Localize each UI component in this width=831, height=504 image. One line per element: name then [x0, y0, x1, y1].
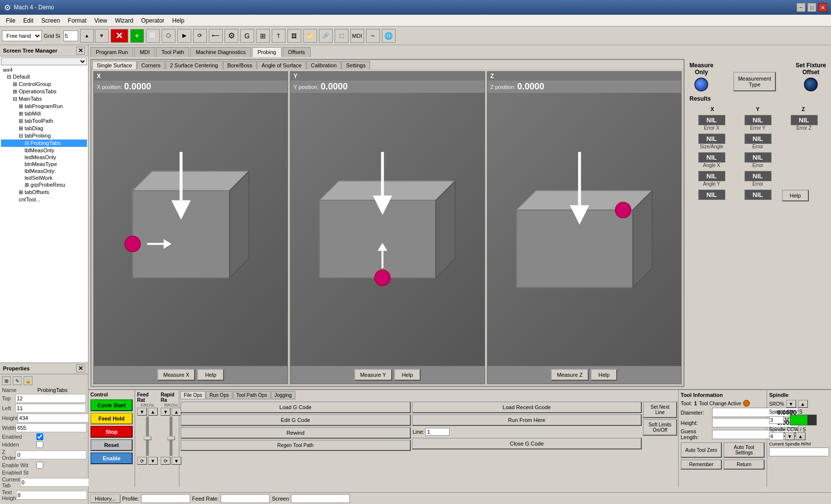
tool5[interactable]: ▶ — [177, 29, 191, 43]
tool16[interactable]: MDI — [350, 29, 364, 43]
fileops-tab-runops[interactable]: Run Ops — [206, 391, 232, 399]
tree-item-cnttool[interactable]: cntTool... — [1, 196, 87, 203]
line-input[interactable] — [425, 428, 450, 436]
prop-icon-lock[interactable]: 🔒 — [24, 376, 32, 385]
tree-item-grpproberesult[interactable]: ⊞ grpProbeResu — [1, 181, 87, 189]
menu-edit[interactable]: Edit — [19, 16, 37, 25]
spindle-cw-input[interactable] — [769, 416, 784, 424]
tool14[interactable]: 🔗 — [319, 29, 333, 43]
tool18[interactable]: 🌐 — [382, 29, 396, 43]
prop-icon-pencil[interactable]: ✎ — [13, 376, 22, 385]
auto-tool-zero-btn[interactable]: Auto Tool Zero — [681, 442, 722, 458]
menu-view[interactable]: View — [90, 16, 111, 25]
load-recent-btn[interactable]: Load Recent Gcode — [412, 401, 642, 413]
fro-bot-btn[interactable]: ▼ — [148, 457, 158, 465]
tool13[interactable]: 📁 — [303, 29, 317, 43]
titlebar-controls[interactable]: − □ ✕ — [797, 3, 827, 12]
fro-down-btn[interactable]: ▼ — [137, 408, 147, 416]
stop-toolbar-btn[interactable]: ✕ — [111, 29, 128, 43]
tree-item-tabprogramrun[interactable]: ⊞ tabProgramRun — [1, 103, 87, 110]
prop-width-input[interactable] — [16, 423, 86, 432]
regen-toolpath-btn[interactable]: Regen Tool Path — [180, 440, 411, 451]
help-x-btn[interactable]: Help — [197, 369, 224, 381]
tab-probing[interactable]: Probing — [252, 47, 282, 57]
measure-x-btn[interactable]: Measure X — [157, 369, 195, 381]
spindle-ccw-up-btn[interactable]: ▲ — [796, 432, 805, 440]
prop-zorder-input[interactable] — [16, 450, 86, 459]
maximize-btn[interactable]: □ — [807, 3, 816, 12]
tree-item-btnmeastype[interactable]: btnMeasType — [1, 161, 87, 168]
menu-help[interactable]: Help — [169, 16, 189, 25]
add-btn[interactable]: + — [130, 29, 144, 43]
tab-mdi[interactable]: MDI — [134, 47, 155, 57]
tab-offsets[interactable]: Offsets — [283, 47, 311, 57]
load-gcode-btn[interactable]: Load G Code — [180, 401, 411, 413]
tree-item-taboffsets[interactable]: ⊞ tabOffsets — [1, 189, 87, 196]
tree-item-tabprobing[interactable]: ⊟ tabProbing — [1, 132, 87, 140]
props-close-btn[interactable]: ✕ — [76, 364, 85, 372]
tree-close-btn[interactable]: ✕ — [76, 47, 85, 55]
subtab-settings[interactable]: Settings — [342, 61, 370, 69]
spindle-rpm-input[interactable] — [769, 448, 829, 456]
results-help-btn[interactable]: Help — [782, 190, 809, 201]
tab-machinediag[interactable]: Machine Diagnostics — [190, 47, 251, 57]
edit-gcode-btn[interactable]: Edit G Code — [180, 414, 411, 426]
feed-hold-btn[interactable]: Feed Hold — [90, 413, 133, 424]
spindle-up-btn[interactable]: ▲ — [798, 400, 808, 408]
fileops-tab-jogging[interactable]: Jogging — [271, 391, 295, 399]
remember-btn[interactable]: Remember — [681, 459, 722, 470]
tool17[interactable]: ~ — [366, 29, 380, 43]
tree-item-wx4[interactable]: wx4 — [1, 66, 87, 73]
tool8[interactable]: ⚙ — [225, 29, 238, 43]
tree-content[interactable]: wx4 ⊟ Default ⊞ ControlGroup ⊞ Operation… — [0, 56, 88, 363]
tool9[interactable]: G — [240, 29, 254, 43]
subtab-calibration[interactable]: Calibration — [307, 61, 342, 69]
up-btn[interactable]: ▲ — [80, 29, 94, 43]
menu-format[interactable]: Format — [64, 16, 90, 25]
tree-item-operationstabs[interactable]: ⊞ OperationsTabs — [1, 88, 87, 95]
enable-btn[interactable]: Enable — [90, 452, 133, 464]
fro-reset-btn[interactable]: ⟳ — [137, 457, 147, 465]
measure-y-btn[interactable]: Measure Y — [354, 369, 392, 381]
tree-item-tabmdi[interactable]: ⊞ tabMdi — [1, 110, 87, 117]
mode-dropdown[interactable]: Free hand — [2, 30, 42, 41]
menu-wizard[interactable]: Wizard — [111, 16, 137, 25]
rro-reset-btn[interactable]: ⟳ — [161, 457, 171, 465]
fro-thumb[interactable] — [143, 436, 151, 440]
tree-item-controlgroup[interactable]: ⊞ ControlGroup — [1, 81, 87, 88]
rro-down-btn[interactable]: ▼ — [161, 408, 171, 416]
menu-screen[interactable]: Screen — [37, 16, 64, 25]
prop-left-input[interactable] — [15, 404, 86, 413]
spindle-ccw-down-btn[interactable]: ▼ — [785, 432, 795, 440]
tree-item-ledsetwork[interactable]: ledSetWork — [1, 174, 87, 181]
tool11[interactable]: T — [272, 29, 286, 43]
run-from-here-btn[interactable]: Run From Here — [412, 414, 642, 426]
fileops-tab-fileops[interactable]: File Ops — [180, 391, 205, 399]
tab-toolpath[interactable]: Tool Path — [156, 47, 190, 57]
tool10[interactable]: ⊞ — [256, 29, 270, 43]
return-btn[interactable]: Return — [723, 459, 765, 470]
prop-enabled-checkbox[interactable] — [36, 433, 43, 440]
prop-enablewit-checkbox[interactable] — [36, 462, 43, 469]
tree-item-lblmeasonly2[interactable]: lblMeasOnly: — [1, 168, 87, 174]
tree-item-ledmeasonly[interactable]: ledMeasOnly — [1, 154, 87, 161]
tool15[interactable]: ⬚ — [335, 29, 348, 43]
tool4[interactable]: ⬡ — [162, 29, 175, 43]
subtab-boreboss[interactable]: Bore/Boss — [223, 61, 257, 69]
tool7[interactable]: ⟵ — [209, 29, 223, 43]
history-btn[interactable]: History... — [90, 494, 120, 503]
measurement-type-btn[interactable]: MeasurementType — [733, 72, 776, 91]
subtab-singlesurface[interactable]: Single Surface — [92, 61, 137, 69]
spindle-down-btn[interactable]: ▼ — [786, 400, 796, 408]
rewind-btn[interactable]: Rewind — [180, 427, 411, 439]
fro-up-btn[interactable]: ▲ — [148, 408, 158, 416]
down-btn[interactable]: ▼ — [95, 29, 109, 43]
tree-item-lblmeasonly[interactable]: lblMeasOnly — [1, 147, 87, 154]
tool6[interactable]: ⟳ — [193, 29, 207, 43]
tree-item-tabdiag[interactable]: ⊞ tabDiag — [1, 125, 87, 132]
prop-textheigh-input[interactable] — [16, 491, 87, 500]
rro-thumb[interactable] — [167, 436, 175, 440]
spindle-ccw-input[interactable] — [769, 432, 784, 440]
tree-nav-dropdown[interactable] — [1, 57, 87, 65]
menu-file[interactable]: File — [2, 16, 19, 25]
